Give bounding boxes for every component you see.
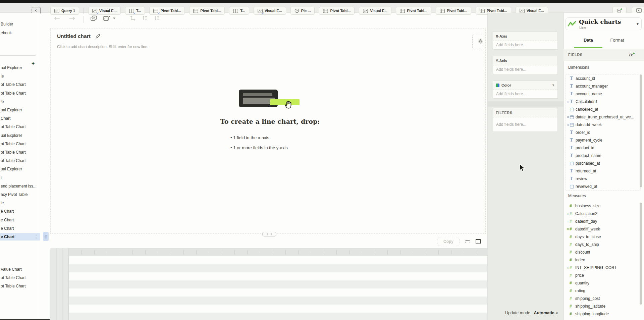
- field-item[interactable]: Taccount_id: [566, 74, 640, 82]
- measures-scrollbar[interactable]: [640, 203, 642, 305]
- workbook-tab[interactable]: ✓Visual E...: [88, 7, 121, 15]
- field-item[interactable]: #business_size: [566, 202, 640, 210]
- field-item[interactable]: Tpayment_cycle: [566, 136, 640, 144]
- chart-settings-button[interactable]: [472, 34, 488, 49]
- field-item[interactable]: #rating: [566, 287, 640, 295]
- field-item[interactable]: #days_to_close: [566, 233, 640, 241]
- sidebar-item[interactable]: ual Explorer: [0, 165, 40, 173]
- sidebar-item[interactable]: Chart: [0, 115, 40, 122]
- field-item[interactable]: #price: [566, 271, 640, 279]
- sidebar-item[interactable]: ebook: [0, 29, 40, 37]
- field-item[interactable]: #shipping_longitude: [566, 310, 640, 318]
- sidebar-item[interactable]: ot Table Chart: [0, 282, 40, 290]
- kebab-menu-icon[interactable]: ⋮: [34, 233, 38, 241]
- sidebar-item[interactable]: ot Table Chart: [0, 90, 40, 97]
- field-item[interactable]: #quantity: [566, 279, 640, 287]
- sidebar-item[interactable]: ot Table Chart: [0, 157, 40, 164]
- sort-ascending-button[interactable]: [142, 15, 148, 20]
- sidebar-item[interactable]: ot Table Chart: [0, 140, 40, 148]
- sidebar-item[interactable]: e Chart: [0, 208, 40, 215]
- field-item[interactable]: cancelled_at: [566, 105, 640, 113]
- workbook-tab[interactable]: Visual E...: [359, 7, 391, 15]
- update-mode-control[interactable]: Update mode: Automatic ▼: [487, 311, 558, 315]
- chevron-down-icon[interactable]: ▼: [552, 81, 555, 90]
- field-item[interactable]: =#datediff_day: [566, 217, 640, 225]
- field-item[interactable]: =#INT_SHIPPING_COST: [566, 264, 640, 271]
- sidebar-item[interactable]: Value Chart: [0, 266, 40, 273]
- maximize-table-button[interactable]: [476, 239, 481, 244]
- workbook-tab[interactable]: T...: [229, 7, 249, 15]
- field-item[interactable]: Treturned_at: [566, 167, 640, 175]
- workbook-tab[interactable]: ✓Visual E...: [254, 7, 286, 15]
- sidebar-item-selected[interactable]: e Chart⋮: [0, 233, 40, 241]
- chart-title[interactable]: Untitled chart: [57, 33, 91, 39]
- sidebar-item[interactable]: ot Table Chart: [0, 149, 40, 156]
- field-item[interactable]: =datae_trunc_purchased_at_we...: [566, 113, 640, 121]
- field-item[interactable]: Torder_id: [566, 128, 640, 136]
- sidebar-item[interactable]: le: [0, 72, 40, 80]
- field-item[interactable]: Taccount_manager: [566, 82, 640, 90]
- duplicate-element-button[interactable]: [91, 15, 97, 21]
- tab-data[interactable]: Data: [579, 38, 598, 43]
- sidebar-item[interactable]: ual Explorer: [0, 106, 40, 114]
- sidebar-item[interactable]: ot Table Chart: [0, 274, 40, 281]
- workbook-tab[interactable]: Pivot Tabl...: [319, 7, 355, 15]
- splitter-grip[interactable]: [262, 232, 276, 236]
- sidebar-item[interactable]: e Chart: [0, 216, 40, 224]
- workbook-tab[interactable]: Pivot Tabl...: [436, 7, 471, 15]
- sidebar-item[interactable]: ot Table Chart: [0, 123, 40, 130]
- field-item[interactable]: =#datediff_week: [566, 225, 640, 233]
- field-item[interactable]: reviewed_at: [566, 182, 640, 190]
- workbook-tab[interactable]: Query 1: [50, 7, 79, 15]
- minimize-table-button[interactable]: [465, 241, 470, 243]
- sidebar-item[interactable]: ot Table Chart: [0, 81, 40, 88]
- add-formula-button[interactable]: fx+: [629, 51, 635, 57]
- clear-chart-button[interactable]: [103, 15, 111, 21]
- color-header[interactable]: Color ▼: [493, 81, 557, 90]
- field-item[interactable]: =dateadd_week: [566, 121, 640, 128]
- sidebar-item[interactable]: Builder: [0, 20, 40, 28]
- swap-axes-button[interactable]: [130, 15, 136, 21]
- field-item[interactable]: #shipping_latitude: [566, 302, 640, 310]
- chart-type-caret-icon[interactable]: [113, 17, 116, 19]
- element-drag-handle[interactable]: ⣿: [43, 232, 49, 241]
- sidebar-item[interactable]: acy Pivot Table: [0, 191, 40, 198]
- field-item[interactable]: =TCalculation1: [566, 98, 640, 105]
- field-item[interactable]: Tproduct_name: [566, 152, 640, 159]
- sidebar-item[interactable]: le: [0, 98, 40, 105]
- field-item[interactable]: #days_to_ship: [566, 241, 640, 248]
- field-item[interactable]: =#Calculation2: [566, 210, 640, 217]
- sidebar-item[interactable]: ual Explorer: [0, 132, 40, 139]
- undo-button[interactable]: [54, 16, 60, 20]
- copy-button[interactable]: Copy: [437, 237, 460, 246]
- tab-format[interactable]: Format: [608, 38, 627, 43]
- sidebar-item[interactable]: end placement iss...: [0, 182, 40, 190]
- edit-title-pencil-icon[interactable]: [95, 34, 100, 40]
- color-drop-target[interactable]: Add fields here...: [493, 90, 557, 98]
- chevron-down-icon[interactable]: ▼: [636, 22, 639, 26]
- sidebar-item[interactable]: ual Explorer: [0, 64, 40, 71]
- update-mode-value[interactable]: Automatic: [534, 311, 554, 315]
- workbook-tab[interactable]: ✓T...: [125, 7, 145, 15]
- workbook-tab[interactable]: Pivot Tabl...: [189, 7, 225, 15]
- sidebar-item[interactable]: e Chart: [0, 225, 40, 232]
- workbook-tab[interactable]: Pie ...: [290, 7, 315, 15]
- field-item[interactable]: #index: [566, 256, 640, 264]
- dimensions-scrollbar[interactable]: [640, 74, 642, 187]
- sort-descending-button[interactable]: [154, 15, 160, 20]
- field-item[interactable]: Taccount_name: [566, 90, 640, 98]
- y-axis-drop-target[interactable]: Add fields here...: [493, 65, 557, 74]
- field-item[interactable]: Treview: [566, 175, 640, 182]
- sidebar-item[interactable]: t: [0, 174, 40, 181]
- workbook-tab[interactable]: ✓Pivot Tabl...: [149, 7, 185, 15]
- chart-description-placeholder[interactable]: Click to add chart description. Shift-en…: [57, 45, 148, 49]
- filters-drop-target[interactable]: Add fields here...: [493, 117, 557, 131]
- field-item[interactable]: #discount: [566, 248, 640, 256]
- field-item[interactable]: #shipping_cost: [566, 295, 640, 302]
- chart-element-canvas[interactable]: [50, 29, 486, 234]
- sidebar-item[interactable]: le: [0, 199, 40, 207]
- workbook-tab[interactable]: Pivot Tabl...: [396, 7, 431, 15]
- field-item[interactable]: Tproduct_id: [566, 144, 640, 152]
- field-item[interactable]: purchased_at: [566, 159, 640, 167]
- redo-button[interactable]: [69, 16, 75, 20]
